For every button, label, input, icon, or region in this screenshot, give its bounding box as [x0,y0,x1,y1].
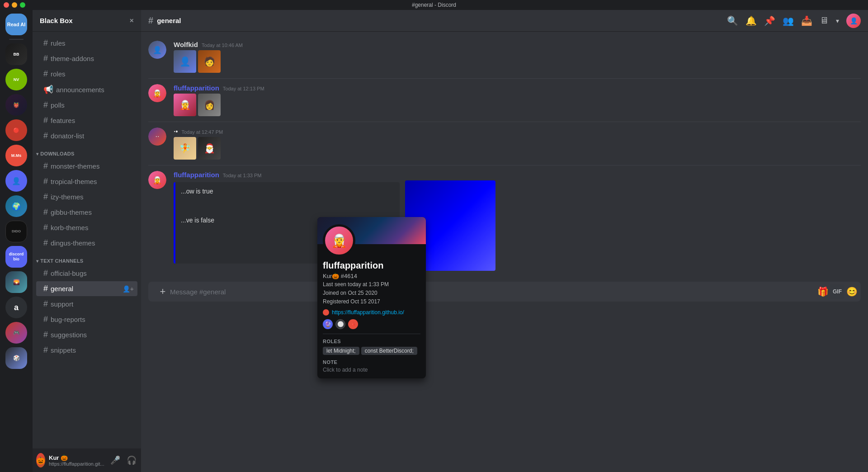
header-user-avatar[interactable]: 👤 [846,14,861,28]
message-group-fluff-1: 🧝 fluffapparition Today at 12:13 PM 🧝 👩 [141,82,868,118]
minimize-button[interactable] [12,2,17,8]
dropdown-icon[interactable]: ▾ [836,17,839,24]
add-member-icon[interactable]: 👤+ [123,285,134,293]
maximize-button[interactable] [20,2,25,8]
message-username-fluff[interactable]: fluffapparition [174,84,219,92]
category-text-channels[interactable]: ▾ Text Channels [33,251,141,265]
message-avatar-fluff[interactable]: 🧝 [148,84,166,102]
channel-item[interactable]: # polls [36,98,137,113]
server-icon-a[interactable]: a [5,297,27,318]
profile-name: fluffapparition [323,260,420,271]
close-button[interactable] [4,2,9,8]
channel-item-announcements[interactable]: 📢 announcements [36,82,137,97]
channel-item[interactable]: # korb-themes [36,220,137,235]
pin-icon[interactable]: 📌 [764,15,775,26]
profile-avatar[interactable]: 🧝 [323,224,355,257]
server-icon-dido[interactable]: DIDO [5,221,27,242]
server-icon-nvidia[interactable]: NV [5,69,27,90]
edit-button[interactable]: ✏ [834,171,846,184]
channel-item[interactable]: # donator-list [36,128,137,143]
message-avatar-wolfkid[interactable]: 👤 [148,41,166,59]
react-button[interactable]: 😊 [819,171,832,184]
channel-item-bug-reports[interactable]: # bug-reports [36,312,137,327]
server-icon-earth[interactable]: 🌍 [5,195,27,217]
channel-item[interactable]: # monster-themes [36,159,137,174]
profile-badges: 🔮 ⚪ 🔺 [323,319,420,329]
server-divider-1 [9,39,24,40]
hash-icon: # [43,177,48,186]
role-tag-midnight[interactable]: let Midnight; [323,347,359,355]
chat-input[interactable] [170,288,816,296]
message-embed-container: ...ow is true ...ve is false [174,180,841,271]
server-icon-dark[interactable]: 👹 [5,94,27,116]
message-image-5[interactable]: 🧚 [174,137,196,160]
emoji-button[interactable]: 😊 [844,284,859,299]
channel-list: # rules # theme-addons # roles 📢 announc… [33,32,141,448]
message-image-6[interactable]: 🎅 [198,137,221,160]
gift-button[interactable]: 🎁 [816,284,830,299]
message-username-mystery[interactable]: ·• [174,127,178,135]
server-header[interactable]: Black Box ✕ [33,10,141,32]
channel-item-suggestions[interactable]: # suggestions [36,327,137,342]
gif-button[interactable]: GIF [830,284,844,299]
monitor-icon[interactable]: 🖥 [820,15,829,26]
channel-item[interactable]: # tropical-themes [36,174,137,189]
window-title: #general - Discord [412,2,456,8]
message-image-4[interactable]: 👩 [198,94,221,116]
search-icon[interactable]: 🔍 [727,15,738,26]
message-image-3[interactable]: 🧝 [174,94,196,116]
profile-registered: Registered Oct 15 2017 [323,297,420,306]
hash-icon: # [43,269,48,278]
microphone-button[interactable]: 🎤 [108,453,123,467]
more-options-button[interactable]: ⋯ [848,171,861,184]
embed-spacer [181,198,394,217]
channel-item-official-bugs[interactable]: # official-bugs [36,266,137,281]
user-avatar[interactable]: 🎃 [36,453,45,467]
message-avatar-mystery[interactable]: ·· [148,127,166,146]
message-username-wolfkid[interactable]: Wolfkid [174,41,198,48]
message-header: Wolfkid Today at 10:46 AM [174,41,861,48]
server-icon-user[interactable]: 👤 [5,170,27,192]
server-icon-landscape[interactable]: 🌄 [5,271,27,293]
inbox-icon[interactable]: 📥 [801,15,812,26]
hash-icon: # [43,38,48,48]
channel-item[interactable]: # roles [36,66,137,81]
channel-item-features[interactable]: # features [36,113,137,128]
channel-item[interactable]: # gibbu-themes [36,205,137,220]
message-image-2[interactable]: 🧑 [198,50,221,73]
channel-item-snippets[interactable]: # snippets [36,343,137,358]
profile-link[interactable]: https://fluffapparition.github.io/ [323,309,420,316]
channel-sidebar: Black Box ✕ # rules # theme-addons # rol… [33,10,141,472]
upload-button[interactable]: + [156,284,170,299]
channel-item[interactable]: # dingus-themes [36,236,137,250]
category-chevron-icon: ▾ [36,259,38,264]
chat-header: # general 🔍 🔔 📌 👥 📥 🖥 ▾ 👤 [141,10,868,32]
server-icon-mms[interactable]: M.Ms [5,145,27,166]
channel-item-general[interactable]: # general 👤+ [36,281,137,296]
note-field[interactable]: Click to add a note [323,367,420,373]
hash-icon: # [43,54,48,63]
message-avatar-fluff-2[interactable]: 🧝 [148,171,166,189]
message-area-outer: 👤 Wolfkid Today at 10:46 AM 👤 🧑 [141,32,868,472]
message-image[interactable]: 👤 [174,50,196,73]
notification-bell-icon[interactable]: 🔔 [745,15,757,26]
message-timestamp: Today at 10:46 AM [202,42,243,48]
server-icon-pink[interactable]: 🎮 [5,322,27,344]
server-icon-discord-bio[interactable]: discord bio [5,246,27,268]
channel-item[interactable]: # rules [36,36,137,51]
channel-item-support[interactable]: # support [36,297,137,312]
server-icon-read-ai[interactable]: Read AI [5,14,27,35]
category-downloads[interactable]: ▾ Downloads [33,144,141,158]
user-link: https://fluffapparition.git... [49,461,104,467]
server-icon-red[interactable]: 🔴 [5,119,27,141]
message-username-fluff-2[interactable]: fluffapparition [174,171,219,179]
server-icon-game[interactable]: 🎲 [5,347,27,369]
members-list-icon[interactable]: 👥 [783,15,794,26]
role-tag-betterdiscord[interactable]: const BetterDiscord; [361,347,417,355]
server-icon-black-box[interactable]: BB [5,43,27,65]
channel-item[interactable]: # izy-themes [36,189,137,204]
messages-container[interactable]: 👤 Wolfkid Today at 10:46 AM 👤 🧑 [141,32,868,282]
message-timestamp-4: Today at 1:33 PM [223,173,262,178]
headset-button[interactable]: 🎧 [124,453,139,467]
channel-item[interactable]: # theme-addons [36,51,137,66]
